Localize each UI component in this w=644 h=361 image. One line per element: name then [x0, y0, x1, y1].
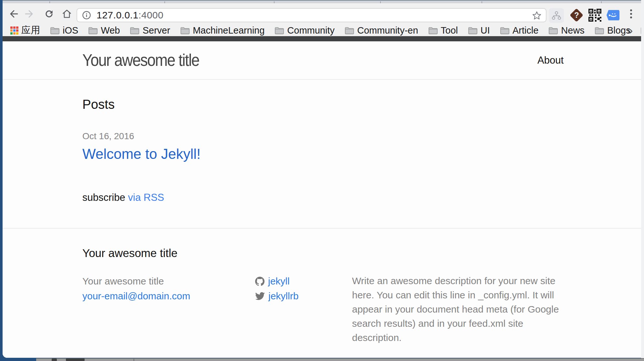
folder-icon [275, 26, 284, 34]
bookmark-label: Web [101, 25, 120, 36]
tab-strip[interactable] [3, 0, 641, 3]
social-row-github: jekyll [255, 274, 352, 289]
window-dark-strip [3, 36, 641, 41]
bookmark-folder[interactable]: Web [88, 25, 120, 36]
bookmarks-bar: 应用 iOS Web Server MachineLearning Commun… [3, 25, 641, 36]
tag-face-glyph: :) [610, 13, 618, 18]
tag-extension-button[interactable]: :) [606, 8, 620, 22]
social-row-twitter: jekyllrb [255, 289, 352, 304]
folder-icon [468, 26, 478, 34]
github-icon [255, 277, 265, 286]
question-diamond-extension-button[interactable]: ? [569, 8, 584, 22]
folder-icon [130, 26, 140, 34]
twitter-icon [255, 291, 265, 301]
bookmark-folder[interactable]: Tool [428, 25, 458, 36]
folder-icon [548, 26, 558, 34]
desktop-background: 127.0.0.1:4000 ? [0, 0, 644, 361]
folder-icon [640, 26, 641, 34]
qr-code-extension-icon [588, 9, 601, 22]
footer-heading: Your awesome title [82, 247, 564, 260]
reload-icon [44, 9, 54, 19]
github-username-link[interactable]: jekyll [268, 274, 290, 289]
posts-heading: Posts [82, 97, 564, 112]
browser-menu-button[interactable] [628, 9, 634, 19]
folder-icon [595, 26, 604, 34]
bookmark-label: News [561, 25, 585, 36]
question-mark-glyph: ? [574, 11, 579, 19]
address-bar[interactable]: 127.0.0.1:4000 [77, 8, 546, 22]
apps-grid-icon [10, 26, 18, 35]
post-date: Oct 16, 2016 [82, 131, 564, 141]
bookmark-folder[interactable]: Article [500, 25, 539, 36]
folder-icon [88, 26, 98, 34]
bookmark-label: MachineLearning [193, 25, 265, 36]
bookmarks-overflow-chevron[interactable]: » [627, 25, 633, 36]
background-window-fragment [133, 358, 134, 361]
background-window-right-sliver [641, 0, 644, 361]
back-button[interactable] [8, 9, 18, 19]
tag-extension-icon: :) [607, 10, 619, 20]
background-window-fragment [66, 358, 85, 361]
bookmark-folder[interactable]: UI [468, 25, 490, 36]
footer-email-link[interactable]: your-email@domain.com [82, 291, 190, 301]
footer-contact-column: Your awesome title your-email@domain.com [82, 274, 255, 345]
url-host: 127.0.0.1 [97, 10, 139, 20]
footer-description: Write an awesome description for your ne… [352, 274, 564, 345]
reload-button[interactable] [44, 9, 54, 19]
nav-link-about[interactable]: About [537, 55, 564, 66]
bookmark-label: 应用 [21, 24, 40, 37]
home-icon [62, 9, 72, 19]
bookmark-folder[interactable]: News [548, 25, 585, 36]
folder-icon [345, 26, 354, 34]
twitter-username-link[interactable]: jekyllrb [268, 289, 298, 304]
site-footer: Your awesome title Your awesome title yo… [3, 228, 641, 345]
forward-icon [25, 9, 35, 19]
sitemap-extension-icon [551, 10, 562, 21]
page-info-icon[interactable] [82, 10, 91, 20]
bookmark-folder[interactable]: Server [130, 25, 170, 36]
main-area: Posts Oct 16, 2016 Welcome to Jekyll! su… [3, 80, 641, 228]
forward-button[interactable] [25, 9, 35, 19]
site-title-link[interactable]: Your awesome title [82, 51, 199, 70]
subscribe-label: subscribe [82, 192, 128, 203]
bookmark-star-button[interactable] [532, 10, 542, 21]
question-diamond-extension-icon: ? [570, 8, 583, 22]
bookmark-folder[interactable]: MaintainBlog [640, 25, 641, 36]
background-window-fragment [52, 358, 57, 361]
browser-toolbar: 127.0.0.1:4000 ? [3, 3, 641, 25]
page-content: Your awesome title About Posts Oct 16, 2… [3, 41, 641, 358]
site-header: Your awesome title About [3, 41, 641, 80]
bookmark-label: Community [287, 25, 335, 36]
bookmark-label: Server [142, 25, 170, 36]
post-title-link[interactable]: Welcome to Jekyll! [82, 146, 201, 162]
bookmark-label: Community-en [357, 25, 418, 36]
folder-icon [500, 26, 510, 34]
sitemap-extension-button[interactable] [549, 8, 564, 23]
folder-icon [50, 26, 60, 34]
qr-code-extension-button[interactable] [588, 8, 602, 22]
bookmark-star-icon [532, 10, 542, 21]
bookmark-folder[interactable]: MachineLearning [180, 25, 265, 36]
bookmark-label: Article [513, 25, 539, 36]
browser-window: 127.0.0.1:4000 ? [3, 0, 641, 358]
post-list-item: Oct 16, 2016 Welcome to Jekyll! [82, 131, 564, 162]
background-window-bottom-bar [36, 358, 644, 361]
footer-social-column: jekyll jekyllrb [255, 274, 352, 345]
footer-site-name: Your awesome title [82, 274, 255, 289]
bookmark-folder[interactable]: Community [275, 25, 335, 36]
subscribe-line: subscribe via RSS [82, 192, 564, 228]
folder-icon [428, 26, 438, 34]
url-port: :4000 [139, 10, 164, 20]
kebab-menu-icon [630, 9, 632, 11]
bookmark-folder[interactable]: iOS [50, 25, 78, 36]
bookmark-item-apps[interactable]: 应用 [10, 24, 40, 37]
folder-icon [180, 26, 190, 34]
home-button[interactable] [62, 9, 72, 19]
bookmark-label: Tool [441, 25, 458, 36]
bookmark-folder[interactable]: Community-en [345, 25, 418, 36]
bookmark-label: iOS [63, 25, 78, 36]
back-icon [8, 9, 18, 19]
rss-link[interactable]: via RSS [128, 192, 164, 203]
url-text: 127.0.0.1:4000 [97, 10, 163, 21]
bookmark-folder[interactable]: Blogs [595, 25, 631, 36]
